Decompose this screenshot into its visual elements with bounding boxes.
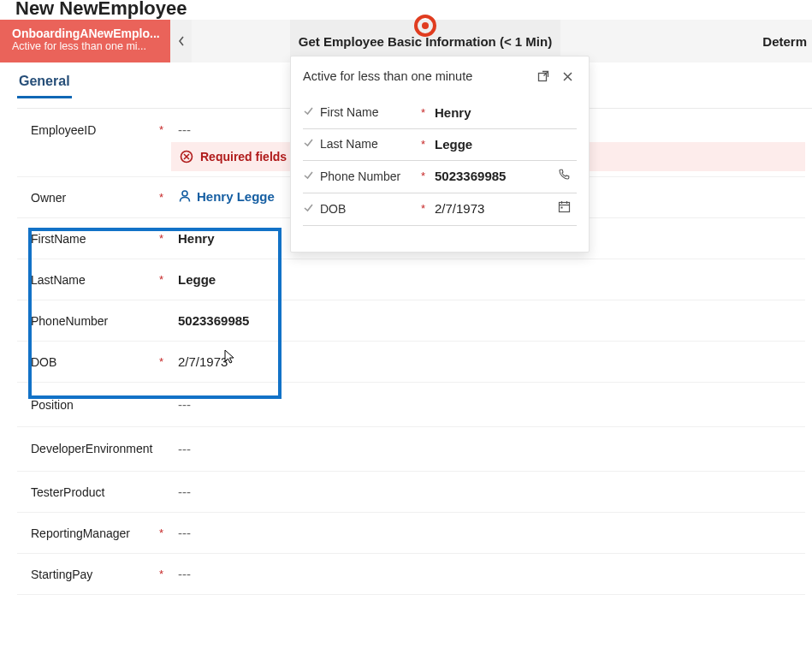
required-marker: * xyxy=(159,273,171,286)
row-lastname: LastName * Legge xyxy=(17,259,805,300)
label-owner: Owner xyxy=(31,191,159,205)
value-lastname[interactable]: Legge xyxy=(171,272,216,287)
popout-icon xyxy=(537,70,549,82)
error-icon xyxy=(180,150,193,164)
required-marker: * xyxy=(159,123,171,136)
row-testerproduct: TesterProduct --- xyxy=(17,472,805,513)
label-phonenumber: PhoneNumber xyxy=(31,314,159,328)
chevron-left-icon xyxy=(177,35,186,47)
label-dob: DOB xyxy=(31,355,159,369)
check-icon xyxy=(303,202,314,213)
svg-rect-9 xyxy=(561,207,563,209)
required-marker: * xyxy=(159,568,171,580)
process-back-button[interactable] xyxy=(170,20,192,62)
stage-flyout-panel: Active for less than one minute First Na… xyxy=(290,56,590,253)
label-startingpay: StartingPay xyxy=(31,568,159,581)
check-icon xyxy=(303,169,314,181)
label-firstname: FirstName xyxy=(31,232,159,246)
panel-label-phone: Phone Number xyxy=(318,169,421,183)
owner-name: Henry Legge xyxy=(197,189,275,204)
value-startingpay[interactable]: --- xyxy=(171,567,191,581)
panel-value-firstname[interactable]: Henry xyxy=(435,105,577,120)
tab-general[interactable]: General xyxy=(17,70,72,98)
close-icon xyxy=(562,71,573,82)
check-icon xyxy=(303,105,314,116)
required-marker: * xyxy=(421,138,435,151)
calendar-icon xyxy=(558,200,571,213)
value-position[interactable]: --- xyxy=(171,397,191,412)
value-testerproduct[interactable]: --- xyxy=(171,485,191,499)
target-marker-icon xyxy=(414,15,436,37)
row-reportingmanager: ReportingManager * --- xyxy=(17,513,805,554)
svg-rect-5 xyxy=(560,203,570,212)
row-startingpay: StartingPay * --- xyxy=(17,554,805,595)
stage-1-subtitle: Active for less than one mi... xyxy=(12,40,162,52)
value-phonenumber[interactable]: 5023369985 xyxy=(171,313,249,328)
label-position: Position xyxy=(31,398,159,412)
row-position: Position --- xyxy=(17,383,805,427)
panel-field-phone[interactable]: Phone Number * 5023369985 xyxy=(303,161,577,193)
value-reportingmanager[interactable]: --- xyxy=(171,526,191,540)
stage-1-title: OnboardingANewEmplo... xyxy=(12,27,162,40)
panel-close-button[interactable] xyxy=(558,67,577,86)
value-developerenvironment[interactable]: --- xyxy=(171,442,191,456)
label-developerenvironment: DeveloperEnvironment xyxy=(31,441,159,456)
required-marker: * xyxy=(159,191,171,204)
process-stage-next[interactable]: Determ xyxy=(762,20,812,62)
required-marker: * xyxy=(421,106,435,119)
label-testerproduct: TesterProduct xyxy=(31,485,159,499)
tabs: General xyxy=(17,70,72,98)
panel-popout-button[interactable] xyxy=(534,67,553,86)
panel-field-firstname[interactable]: First Name * Henry xyxy=(303,98,577,129)
check-icon xyxy=(303,137,314,148)
panel-value-lastname[interactable]: Legge xyxy=(435,137,577,152)
panel-field-dob[interactable]: DOB * 2/7/1973 xyxy=(303,193,577,226)
panel-label-firstname: First Name xyxy=(318,105,421,119)
stage-right-label: Determ xyxy=(762,34,807,49)
panel-header-text: Active for less than one minute xyxy=(303,69,472,83)
required-marker: * xyxy=(421,202,435,215)
row-developerenvironment: DeveloperEnvironment --- xyxy=(17,427,805,472)
label-employeeid: EmployeeID xyxy=(31,123,159,137)
person-icon xyxy=(178,189,192,203)
date-picker-button[interactable] xyxy=(558,200,577,217)
error-text: Required fields xyxy=(200,150,287,164)
label-lastname: LastName xyxy=(31,273,159,287)
value-firstname[interactable]: Henry xyxy=(171,231,215,246)
row-phonenumber: PhoneNumber 5023369985 xyxy=(17,300,805,342)
process-stage-onboarding[interactable]: OnboardingANewEmplo... Active for less t… xyxy=(0,20,170,62)
value-dob[interactable]: 2/7/1973 xyxy=(171,354,228,369)
panel-label-lastname: Last Name xyxy=(318,137,421,151)
label-reportingmanager: ReportingManager xyxy=(31,526,159,540)
panel-value-dob[interactable]: 2/7/1973 xyxy=(435,201,558,216)
value-employeeid[interactable]: --- xyxy=(171,122,191,137)
required-marker: * xyxy=(421,169,435,182)
required-marker: * xyxy=(159,355,171,368)
required-marker: * xyxy=(159,526,171,539)
svg-point-3 xyxy=(182,191,187,196)
phone-icon xyxy=(558,168,571,181)
panel-field-lastname[interactable]: Last Name * Legge xyxy=(303,129,577,161)
value-owner[interactable]: Henry Legge xyxy=(171,189,275,206)
panel-value-phone[interactable]: 5023369985 xyxy=(435,169,558,183)
svg-point-1 xyxy=(422,22,429,29)
row-dob: DOB * 2/7/1973 xyxy=(17,342,805,383)
required-marker: * xyxy=(159,232,171,245)
panel-label-dob: DOB xyxy=(318,202,421,216)
phone-call-button[interactable] xyxy=(558,168,577,184)
